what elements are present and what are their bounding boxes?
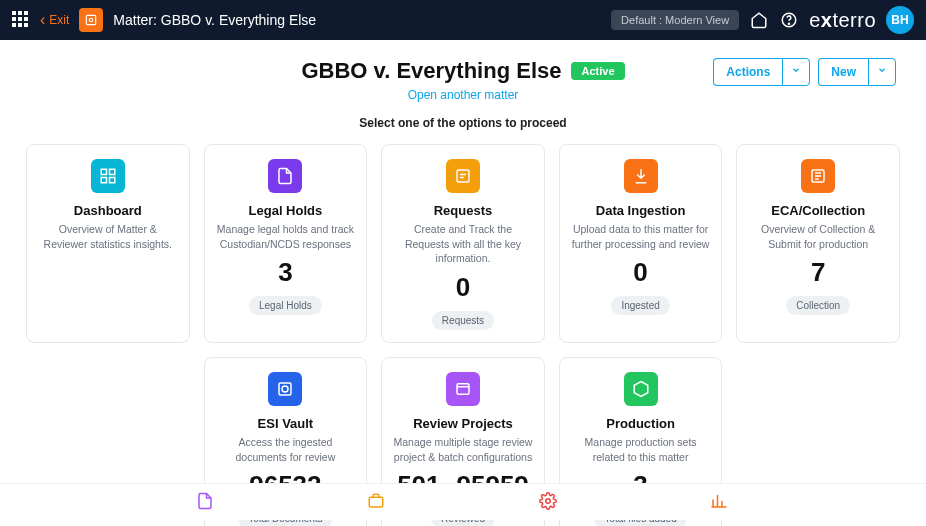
matter-title: Matter: GBBO v. Everything Else [113, 12, 316, 28]
tag-collection: Collection [786, 296, 850, 315]
card-legal-holds[interactable]: Legal Holds Manage legal holds and track… [204, 144, 368, 343]
status-badge: Active [571, 62, 624, 80]
bottom-briefcase-icon[interactable] [367, 492, 387, 512]
svg-rect-13 [370, 497, 384, 507]
svg-rect-12 [457, 384, 469, 395]
bottom-chart-icon[interactable] [710, 492, 730, 512]
production-icon [624, 372, 658, 406]
help-icon[interactable] [779, 10, 799, 30]
new-button[interactable]: New [818, 58, 868, 86]
card-requests[interactable]: Requests Create and Track the Requests w… [381, 144, 545, 343]
card-dashboard[interactable]: Dashboard Overview of Matter & Reviewer … [26, 144, 190, 343]
home-icon[interactable] [749, 10, 769, 30]
svg-rect-0 [87, 15, 96, 24]
card-data-ingestion[interactable]: Data Ingestion Upload data to this matte… [559, 144, 723, 343]
card-grid-row1: Dashboard Overview of Matter & Reviewer … [0, 130, 926, 357]
svg-rect-8 [457, 170, 469, 182]
new-dropdown-caret[interactable] [868, 58, 896, 86]
svg-point-11 [282, 386, 288, 392]
header-actions: Actions New [713, 58, 896, 86]
avatar[interactable]: BH [886, 6, 914, 34]
svg-rect-6 [101, 178, 106, 183]
svg-rect-10 [279, 383, 291, 395]
esi-vault-icon [268, 372, 302, 406]
tag-ingested: Ingested [611, 296, 669, 315]
actions-dropdown-caret[interactable] [782, 58, 810, 86]
topbar: Exit Matter: GBBO v. Everything Else Def… [0, 0, 926, 40]
bottom-nav [0, 483, 926, 520]
exit-button[interactable]: Exit [40, 11, 69, 29]
svg-point-1 [90, 18, 94, 22]
bottom-doc-icon[interactable] [196, 492, 216, 512]
page-title: GBBO v. Everything Else Active [301, 58, 624, 84]
svg-point-14 [546, 499, 551, 504]
svg-rect-5 [109, 169, 114, 174]
review-projects-icon [446, 372, 480, 406]
data-ingestion-icon [624, 159, 658, 193]
svg-rect-4 [101, 169, 106, 174]
instruction-text: Select one of the options to proceed [0, 116, 926, 130]
brand-logo: exterro [809, 9, 876, 32]
tag-legal-holds: Legal Holds [249, 296, 322, 315]
svg-rect-7 [109, 178, 114, 183]
actions-button[interactable]: Actions [713, 58, 782, 86]
matter-icon [79, 8, 103, 32]
exit-label: Exit [49, 13, 69, 27]
tag-requests: Requests [432, 311, 494, 330]
legal-holds-icon [268, 159, 302, 193]
card-eca-collection[interactable]: ECA/Collection Overview of Collection & … [736, 144, 900, 343]
view-selector[interactable]: Default : Modern View [611, 10, 739, 30]
requests-icon [446, 159, 480, 193]
page-header: GBBO v. Everything Else Active Open anot… [0, 40, 926, 102]
dashboard-icon [91, 159, 125, 193]
eca-icon [801, 159, 835, 193]
apps-grid-icon[interactable] [12, 11, 30, 29]
bottom-gear-icon[interactable] [539, 492, 559, 512]
svg-point-3 [789, 23, 790, 24]
open-another-matter-link[interactable]: Open another matter [301, 88, 624, 102]
